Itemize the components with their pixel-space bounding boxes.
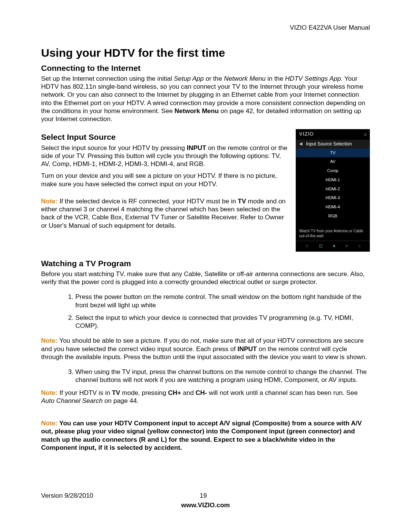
- list-item: Select the input to which your device is…: [75, 314, 370, 330]
- note-label: Note:: [41, 389, 57, 396]
- osd-title-bar: ◀ Input Source Selection: [296, 140, 370, 149]
- text-fragment: If your HDTV is in: [57, 389, 112, 396]
- bold-text: CH+: [168, 389, 181, 396]
- text-fragment: Select the input source for your HDTV by…: [41, 144, 187, 152]
- osd-hint: Watch TV from your Antenna or Cable out-…: [296, 221, 370, 241]
- watch-note-2: Note: You should be able to see a pictur…: [41, 337, 370, 361]
- osd-input-list: TV AV Comp HDMI-1 HDMI-2 HDMI-3 HDMI-4 R…: [296, 149, 370, 221]
- section-input-title: Select Input Source: [41, 132, 289, 142]
- osd-brand: VIZIO: [299, 131, 314, 137]
- heart-icon[interactable]: ♥: [333, 243, 335, 249]
- osd-item-hdmi1[interactable]: HDMI-1: [296, 176, 370, 185]
- footer-url: www.VIZIO.com: [41, 501, 370, 509]
- footer-version: Version 9/28/2010: [41, 492, 93, 500]
- bold-text: Network Menu: [175, 107, 219, 115]
- section-input-p1: Select the input source for your HDTV by…: [41, 144, 289, 168]
- osd-footer-icons: ☆ ⊡ ♥ × ○: [296, 241, 370, 251]
- list-item: When using the TV input, press the chann…: [75, 368, 370, 384]
- section-watch-title: Watching a TV Program: [41, 259, 370, 268]
- text-fragment: and: [181, 389, 196, 396]
- note-label: Note:: [41, 337, 57, 344]
- section-input-p2: Turn on your device and you will see a p…: [41, 172, 289, 188]
- text-fragment: on page 44.: [103, 397, 139, 404]
- osd-item-hdmi4[interactable]: HDMI-4: [296, 203, 370, 212]
- text-fragment: or the: [204, 75, 224, 82]
- bold-text: TV: [112, 389, 120, 396]
- bold-text: INPUT: [187, 144, 206, 152]
- star-icon[interactable]: ☆: [305, 243, 309, 249]
- widget-icon[interactable]: ⊡: [319, 243, 323, 249]
- note-label: Note:: [41, 420, 59, 427]
- osd-item-hdmi2[interactable]: HDMI-2: [296, 185, 370, 194]
- emphasis: Network Menu: [224, 75, 266, 82]
- header-product: VIZIO E422VA User Manual: [290, 24, 370, 32]
- note-label: Note:: [41, 198, 57, 205]
- emphasis: HDTV Settings App.: [285, 75, 343, 82]
- watch-note-3: Note: If your HDTV is in TV mode, pressi…: [41, 389, 370, 405]
- close-icon[interactable]: ×: [346, 243, 348, 249]
- watch-steps-list-2: When using the TV input, press the chann…: [41, 368, 370, 384]
- osd-header: VIZIO ⌂: [296, 129, 370, 139]
- osd-panel: VIZIO ⌂ ◀ Input Source Selection TV AV C…: [296, 129, 370, 251]
- section-watch-p1: Before you start watching TV, make sure …: [41, 270, 370, 286]
- text-fragment: If the selected device is RF connected, …: [57, 198, 237, 205]
- bold-text: CH-: [196, 389, 207, 396]
- section-internet-body: Set up the Internet connection using the…: [41, 75, 370, 123]
- emphasis: Auto Channel Search: [41, 397, 103, 404]
- text-fragment: in the: [266, 75, 285, 82]
- bold-text: TV: [238, 198, 246, 205]
- osd-item-hdmi3[interactable]: HDMI-3: [296, 193, 370, 203]
- text-fragment: will not work until a channel scan has b…: [207, 389, 358, 396]
- bold-text: INPUT: [237, 345, 257, 353]
- footer-page-number: 19: [200, 492, 207, 500]
- osd-item-tv[interactable]: TV: [296, 149, 370, 158]
- text-fragment: mode, pressing: [120, 389, 168, 396]
- osd-item-comp[interactable]: Comp: [296, 166, 370, 176]
- text-fragment: Set up the Internet connection using the…: [41, 75, 174, 82]
- circle-icon[interactable]: ○: [358, 243, 361, 249]
- osd-item-av[interactable]: AV: [296, 157, 370, 166]
- bold-text: You can use your HDTV Component input to…: [41, 420, 362, 451]
- osd-title: Input Source Selection: [306, 141, 352, 147]
- back-arrow-icon[interactable]: ◀: [299, 141, 302, 147]
- section-internet-title: Connecting to the Internet: [41, 63, 370, 73]
- watch-steps-list-1: Press the power button on the remote con…: [41, 293, 370, 330]
- section-input-note: Note: If the selected device is RF conne…: [41, 197, 289, 230]
- emphasis: Setup App: [174, 75, 204, 82]
- osd-item-rgb[interactable]: RGB: [296, 212, 370, 221]
- list-item: Press the power button on the remote con…: [75, 293, 370, 309]
- watch-note-4: Note: You can use your HDTV Component in…: [41, 419, 370, 452]
- page-footer: Version 9/28/2010 19 www.VIZIO.com: [41, 492, 370, 510]
- page-title: Using your HDTV for the first time: [41, 46, 370, 60]
- home-icon[interactable]: ⌂: [364, 131, 367, 137]
